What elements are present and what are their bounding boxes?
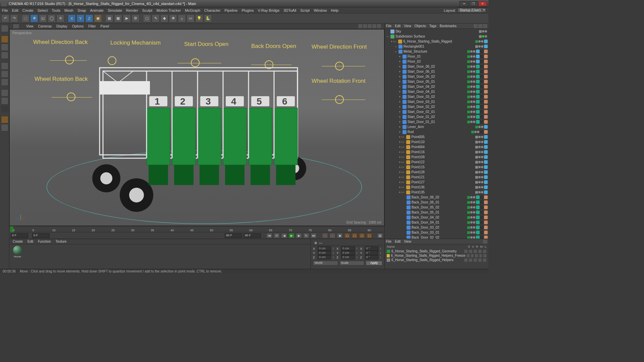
object-row[interactable]: Back_Door_05_02 — [385, 205, 488, 210]
object-row[interactable]: +L०Point135 — [385, 190, 488, 195]
snap-3d[interactable] — [1, 116, 8, 123]
object-row[interactable]: Back_Door_06_01 — [385, 200, 488, 205]
menu-window[interactable]: Window — [314, 8, 327, 12]
menu-tools[interactable]: Tools — [52, 8, 60, 12]
object-row[interactable]: +L०Point115 — [385, 165, 488, 170]
matmenu-function[interactable]: Function — [38, 240, 51, 243]
object-row[interactable]: Back_Door_03_02 — [385, 225, 488, 230]
object-row[interactable]: +Start_Door_04_01 — [385, 89, 488, 94]
rig-circle[interactable] — [65, 56, 74, 64]
point-mode[interactable] — [1, 62, 8, 70]
attrmenu-edit[interactable]: Edit — [395, 240, 400, 243]
attrmenu-view[interactable]: View — [404, 240, 411, 243]
menu-3dtoall[interactable]: 3DToAll — [283, 8, 296, 12]
matmenu-edit[interactable]: Edit — [28, 240, 33, 243]
menu-help[interactable]: Help — [331, 8, 339, 12]
render-pv[interactable]: ▶ — [123, 14, 131, 22]
object-row[interactable]: Back_Door_06_02 — [385, 195, 488, 200]
poly-mode[interactable] — [1, 78, 8, 86]
menu-script[interactable]: Script — [300, 8, 310, 12]
primitive-cube[interactable]: ▢ — [143, 14, 151, 22]
vp-icon-1[interactable] — [358, 24, 362, 28]
place-tool[interactable]: ✛ — [56, 14, 64, 22]
uv-mode[interactable] — [1, 97, 8, 105]
timeline-ruler[interactable]: 051015202530354045505560657075808590 — [9, 226, 384, 232]
object-row[interactable]: +L०6_Horse_Starting_Stalls_Rigged — [385, 39, 488, 44]
object-row[interactable]: Back_Door_04_02 — [385, 215, 488, 220]
object-row[interactable]: +L०Point122 — [385, 160, 488, 165]
goto-end[interactable]: ⏭ — [311, 233, 317, 238]
key-p[interactable]: ▢ — [344, 233, 350, 238]
vp-icon-5[interactable] — [377, 24, 381, 28]
x-axis-lock[interactable]: X — [68, 14, 76, 22]
y-axis-lock[interactable]: Y — [76, 14, 85, 22]
object-row[interactable]: +Start_Door_01_01 — [385, 119, 488, 124]
coord-mode-1[interactable]: World — [313, 261, 338, 265]
objmenu-objects[interactable]: Objects — [415, 24, 426, 28]
frame-field-left2[interactable]: 0 F — [32, 233, 50, 238]
menu-pipeline[interactable]: Pipeline — [224, 8, 237, 12]
menu-animate[interactable]: Animate — [90, 8, 104, 12]
object-row[interactable]: +L०Point110 — [385, 139, 488, 144]
menu-file[interactable]: File — [2, 8, 8, 12]
step-back[interactable]: ◀ — [281, 233, 287, 238]
render-settings[interactable]: ⚙ — [131, 14, 140, 22]
menu-v-ray-bridge[interactable]: V-Ray Bridge — [258, 8, 280, 12]
object-row[interactable]: +Lever_Arm — [385, 124, 488, 129]
object-row[interactable]: +L०Point109 — [385, 155, 488, 160]
script[interactable]: 🐍 — [204, 14, 212, 22]
object-row[interactable]: Back_Door_04_01 — [385, 220, 488, 225]
matmenu-texture[interactable]: Texture — [56, 240, 67, 243]
object-row[interactable]: +Rod — [385, 129, 488, 134]
autokey-button[interactable]: ● — [329, 233, 335, 238]
menu-plugins[interactable]: Plugins — [241, 8, 254, 12]
menu-edit[interactable]: Edit — [12, 8, 18, 12]
object-row[interactable]: +L०Point005 — [385, 134, 488, 139]
edge-mode[interactable] — [1, 70, 8, 78]
objmenu-file[interactable]: File — [386, 24, 391, 28]
key-pla[interactable]: ▢ — [366, 233, 372, 238]
timeline-window[interactable]: ▤ — [377, 233, 383, 238]
menu-mesh[interactable]: Mesh — [64, 8, 73, 12]
vpmenu-options[interactable]: Options — [72, 24, 84, 28]
layer-row[interactable]: 6_Horse_Starting_Stalls_Rigged_Helpers — [385, 258, 488, 262]
minimize-button[interactable]: ━ — [460, 1, 468, 6]
coord-mode-2[interactable]: Scale — [339, 261, 365, 265]
menu-motion-tracker[interactable]: Motion Tracker — [156, 8, 181, 12]
vpmenu-cameras[interactable]: Cameras — [38, 24, 52, 28]
model-mode[interactable] — [1, 25, 8, 32]
light[interactable]: 💡 — [195, 14, 203, 22]
object-row[interactable]: +Start_Door_05_01 — [385, 79, 488, 84]
attr-icon[interactable] — [483, 240, 487, 244]
axis-mode[interactable] — [1, 89, 8, 97]
layer-row[interactable]: 6_Horse_Starting_Stalls_Rigged_Helpers_F… — [385, 253, 488, 258]
object-row[interactable]: Back_Door_02_02 — [385, 235, 488, 239]
snap-toggle[interactable] — [1, 105, 8, 113]
frame-field-left[interactable]: 0 F — [11, 233, 28, 238]
object-row[interactable]: +Start_Door_05_02 — [385, 74, 488, 79]
select-tool[interactable]: ⬚ — [21, 14, 30, 22]
key-r[interactable]: ▢ — [359, 233, 365, 238]
pen-tool[interactable]: ✎ — [152, 14, 160, 22]
vp-icon-3[interactable] — [368, 24, 372, 28]
menu-create[interactable]: Create — [22, 8, 34, 12]
object-row[interactable]: +Start_Door_01_02 — [385, 114, 488, 119]
generator[interactable]: ◆ — [160, 14, 168, 22]
object-row[interactable]: Back_Door_05_01 — [385, 210, 488, 215]
objmenu-tags[interactable]: Tags — [429, 24, 436, 28]
object-row[interactable]: +L०Point116 — [385, 149, 488, 155]
object-row[interactable]: Back_Door_03_01 — [385, 230, 488, 235]
object-tree[interactable]: Sky–Subdivision Surface+L०6_Horse_Starti… — [385, 29, 488, 239]
object-row[interactable]: +L०Point128 — [385, 170, 488, 175]
workplane-mode[interactable] — [1, 52, 8, 59]
step-fwd-key[interactable]: ↻ — [303, 233, 309, 238]
rig-line[interactable] — [322, 100, 365, 100]
rig-circle[interactable] — [67, 93, 75, 101]
vp-icon-2[interactable] — [363, 24, 367, 28]
object-row[interactable]: +L०Point136 — [385, 185, 488, 190]
vpmenu-display[interactable]: Display — [56, 24, 67, 28]
viewport-cube-icon[interactable] — [13, 24, 19, 29]
material-swatch[interactable]: Horse — [11, 246, 24, 267]
texture-mode[interactable] — [1, 44, 8, 51]
camera[interactable]: ▭ — [186, 14, 195, 22]
